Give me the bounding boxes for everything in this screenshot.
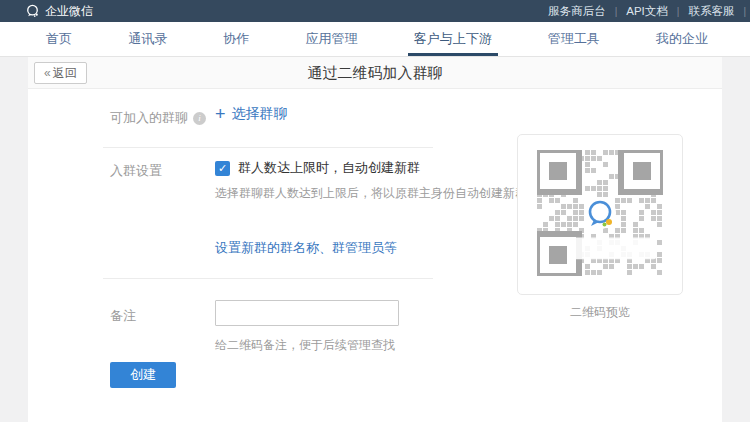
page-title: 通过二维码加入群聊 [28,57,722,89]
nav-item-app-management[interactable]: 应用管理 [301,22,361,56]
auto-create-group-checkbox-row: ✓ 群人数达上限时，自动创建新群 [215,159,420,177]
wechat-work-bubble-icon [25,4,40,18]
card-header: «返回 通过二维码加入群聊 [28,57,722,89]
nav-item-management-tools[interactable]: 管理工具 [544,22,604,56]
info-icon[interactable]: i [193,112,206,125]
back-button-label: 返回 [53,66,77,80]
remark-input[interactable] [215,300,399,326]
create-button[interactable]: 创建 [110,362,176,388]
qr-preview-box [517,134,683,295]
back-button[interactable]: «返回 [34,62,87,84]
back-chevron-icon: « [44,66,51,80]
topbar-link-provider-console[interactable]: 服务商后台 [539,4,615,19]
nav-item-customers-upstream-downstream[interactable]: 客户与上下游 [410,22,496,56]
nav-item-my-company[interactable]: 我的企业 [652,22,712,56]
nav-item-home[interactable]: 首页 [42,22,76,56]
join-settings-label: 入群设置 [110,162,162,180]
topbar-separator: | [743,6,746,17]
divider [103,147,433,148]
topbar: 企业微信 服务商后台 | API文档 | 联系客服 | [0,0,750,22]
qr-code [537,150,663,279]
topbar-link-api-docs[interactable]: API文档 [617,4,677,19]
auto-create-group-checkbox[interactable]: ✓ [215,161,230,176]
nav-item-contacts[interactable]: 通讯录 [124,22,171,56]
remark-label: 备注 [110,307,136,325]
remark-hint: 给二维码备注，便于后续管理查找 [215,337,395,354]
joinable-groups-label: 可加入的群聊 [110,109,188,127]
check-icon: ✓ [218,162,227,174]
app-logo-text: 企业微信 [45,3,93,20]
new-group-settings-link[interactable]: 设置新群的群名称、群管理员等 [215,239,397,257]
auto-create-group-checkbox-label: 群人数达上限时，自动创建新群 [238,159,420,177]
nav-item-collaboration[interactable]: 协作 [219,22,253,56]
main-nav: 首页 通讯录 协作 应用管理 客户与上下游 管理工具 我的企业 [0,22,750,57]
qr-preview-caption: 二维码预览 [517,304,683,321]
joinable-groups-label-row: 可加入的群聊 i [110,109,206,127]
auto-create-group-hint: 选择群聊群人数达到上限后，将以原群主身份自动创建新群 [215,185,527,202]
topbar-links: 服务商后台 | API文档 | 联系客服 | [539,4,746,19]
select-group-link[interactable]: + 选择群聊 [215,105,288,123]
content-card: «返回 通过二维码加入群聊 可加入的群聊 i + 选择群聊 入群设置 ✓ 群人数… [28,57,722,422]
divider [103,278,433,279]
topbar-link-contact-support[interactable]: 联系客服 [679,4,743,19]
select-group-link-label: 选择群聊 [232,105,288,123]
app-logo[interactable]: 企业微信 [25,3,93,20]
plus-icon: + [215,105,226,123]
